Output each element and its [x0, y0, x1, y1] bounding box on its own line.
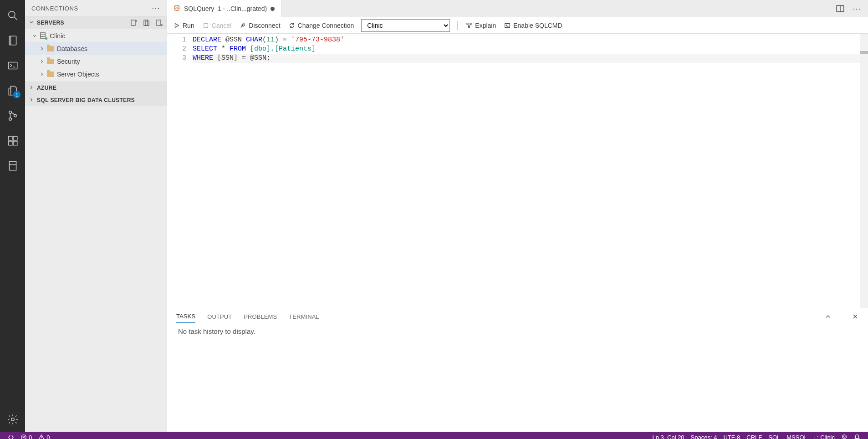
- change-connection-button[interactable]: Change Connection: [288, 21, 355, 30]
- split-editor-icon[interactable]: [836, 5, 844, 13]
- line-gutter: 1 2 3: [167, 34, 193, 308]
- new-group-icon[interactable]: [143, 19, 150, 26]
- folder-icon: [47, 46, 54, 51]
- tree-server-label: Clinic: [50, 32, 65, 40]
- activity-connections-icon[interactable]: [0, 28, 25, 53]
- section-azure[interactable]: AZURE: [25, 82, 167, 94]
- svg-point-32: [470, 23, 472, 25]
- svg-rect-11: [13, 141, 17, 145]
- activity-badge: 1: [13, 91, 20, 98]
- status-lncol[interactable]: Ln 3, Col 20: [649, 432, 688, 439]
- status-eol[interactable]: CRLF: [743, 432, 765, 439]
- explain-label: Explain: [475, 22, 496, 29]
- server-icon: [40, 32, 47, 40]
- svg-line-35: [470, 25, 470, 26]
- connection-select[interactable]: Clinic: [361, 19, 450, 32]
- svg-point-6: [9, 111, 11, 113]
- disconnect-label: Disconnect: [249, 22, 280, 29]
- section-bigdata-label: SQL SERVER BIG DATA CLUSTERS: [37, 97, 135, 103]
- status-errors[interactable]: 0: [17, 432, 35, 439]
- run-label: Run: [183, 22, 194, 29]
- svg-rect-12: [13, 136, 17, 140]
- svg-point-7: [9, 117, 11, 120]
- enable-sqlcmd-button[interactable]: Enable SQLCMD: [503, 21, 563, 30]
- svg-rect-16: [131, 20, 135, 26]
- server-action-icon[interactable]: [156, 19, 163, 26]
- svg-point-47: [843, 436, 844, 436]
- settings-gear-icon[interactable]: [0, 407, 25, 432]
- tree-serverobjects-label: Server Objects: [57, 71, 99, 78]
- scrollbar[interactable]: [860, 34, 868, 308]
- panel-chevron-up-icon[interactable]: [824, 313, 832, 320]
- sidebar-more-icon[interactable]: ⋯: [152, 3, 160, 13]
- svg-marker-29: [175, 23, 179, 27]
- activity-sourcecontrol-icon[interactable]: [0, 103, 25, 128]
- panel-tab-problems[interactable]: PROBLEMS: [244, 311, 277, 323]
- svg-point-15: [11, 418, 14, 421]
- activity-terminal-icon[interactable]: [0, 53, 25, 78]
- folder-icon: [47, 59, 54, 64]
- status-connection[interactable]: . : Clinic: [811, 432, 838, 439]
- panel-body-text: No task history to display.: [167, 325, 868, 338]
- change-connection-label: Change Connection: [298, 22, 354, 29]
- status-feedback-icon[interactable]: [838, 432, 851, 439]
- tab-more-icon[interactable]: ⋯: [853, 4, 861, 14]
- cancel-button: Cancel: [202, 21, 233, 30]
- tree-databases[interactable]: Databases: [25, 42, 167, 55]
- svg-line-1: [14, 17, 17, 20]
- section-azure-label: AZURE: [37, 85, 56, 91]
- section-servers-label: SERVERS: [37, 20, 64, 26]
- tree-security-label: Security: [57, 58, 80, 65]
- new-connection-icon[interactable]: [130, 19, 138, 26]
- activity-notebook-icon[interactable]: [0, 153, 25, 178]
- code-editor[interactable]: 1 2 3 DECLARE @SSN CHAR(11) = '795-73-98…: [167, 34, 868, 308]
- explain-button[interactable]: Explain: [465, 21, 497, 30]
- disconnect-button[interactable]: Disconnect: [239, 21, 281, 30]
- enable-sqlcmd-label: Enable SQLCMD: [513, 22, 562, 29]
- code-line[interactable]: WHERE [SSN] = @SSN;: [193, 54, 868, 63]
- status-spaces[interactable]: Spaces: 4: [688, 432, 720, 439]
- code-line[interactable]: DECLARE @SSN CHAR(11) = '795-73-9838': [193, 36, 868, 45]
- svg-rect-10: [8, 141, 12, 145]
- status-engine[interactable]: MSSQL: [783, 432, 811, 439]
- cancel-label: Cancel: [212, 22, 232, 29]
- status-bell-icon[interactable]: [851, 432, 863, 439]
- sidebar-title: CONNECTIONS: [31, 5, 78, 12]
- svg-rect-20: [145, 21, 149, 26]
- run-button[interactable]: Run: [173, 21, 195, 30]
- panel-tab-output[interactable]: OUTPUT: [207, 311, 232, 323]
- svg-rect-13: [9, 161, 16, 170]
- panel-tab-tasks[interactable]: TASKS: [176, 310, 195, 323]
- svg-rect-30: [204, 23, 208, 27]
- activity-search-icon[interactable]: [0, 3, 25, 28]
- svg-rect-4: [8, 62, 17, 69]
- tab-sqlquery1[interactable]: SQLQuery_1 - ..Clin...grated): [167, 0, 281, 17]
- activity-extensions-icon[interactable]: [0, 128, 25, 153]
- svg-point-33: [469, 26, 470, 28]
- status-encoding[interactable]: UTF-8: [720, 432, 743, 439]
- panel-tab-terminal[interactable]: TERMINAL: [289, 311, 319, 323]
- tree-databases-label: Databases: [57, 45, 87, 52]
- status-warnings[interactable]: 0: [35, 432, 53, 439]
- svg-point-26: [175, 5, 179, 7]
- section-bigdata[interactable]: SQL SERVER BIG DATA CLUSTERS: [25, 94, 167, 106]
- panel-close-icon[interactable]: [852, 313, 859, 320]
- section-servers[interactable]: SERVERS: [25, 16, 167, 29]
- tree-server-clinic[interactable]: Clinic: [25, 30, 167, 42]
- folder-icon: [47, 71, 54, 77]
- status-language[interactable]: SQL: [765, 432, 783, 439]
- svg-point-0: [8, 11, 15, 17]
- tree-security[interactable]: Security: [25, 55, 167, 68]
- svg-rect-36: [505, 23, 510, 27]
- code-line[interactable]: SELECT * FROM [dbo].[Patients]: [193, 45, 868, 54]
- tree-serverobjects[interactable]: Server Objects: [25, 68, 167, 81]
- activity-explorer-icon[interactable]: 1: [0, 78, 25, 103]
- svg-rect-9: [8, 136, 12, 140]
- svg-point-46: [842, 435, 847, 439]
- svg-rect-2: [9, 36, 16, 45]
- database-icon: [174, 5, 180, 13]
- status-remote-icon[interactable]: [5, 432, 17, 439]
- svg-rect-21: [157, 20, 161, 26]
- svg-line-34: [468, 25, 469, 26]
- svg-point-48: [845, 436, 845, 436]
